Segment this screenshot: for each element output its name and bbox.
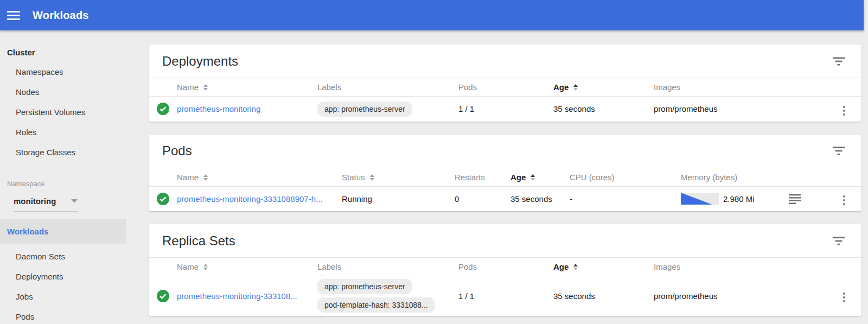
pods-card: Pods Name Status Restarts Age CPU (cores… [149,135,861,212]
column-header-age[interactable]: Age [510,168,570,186]
sidebar: Cluster Namespaces Nodes Persistent Volu… [0,30,149,324]
pod-status-value: Running [342,186,455,211]
column-header-name[interactable]: Name [177,258,317,276]
replica-sets-card-title: Replica Sets [162,233,235,249]
sidebar-item-daemon-sets[interactable]: Daemon Sets [0,246,149,266]
column-header-status[interactable]: Status [342,168,455,186]
main-content: Deployments Name Labels Pods Age Images [149,30,868,324]
sidebar-item-pods[interactable]: Pods [0,307,149,324]
kebab-menu-icon[interactable] [840,290,848,304]
deployment-pods-value: 1 / 1 [458,97,553,122]
column-header-name[interactable]: Name [177,168,342,186]
replica-set-pods-value: 1 / 1 [458,276,553,316]
filter-list-icon[interactable] [833,147,845,155]
sort-arrows-icon [203,84,208,91]
pod-age-value: 35 seconds [510,186,570,211]
label-chip: app: prometheus-server [317,279,412,294]
sidebar-heading-cluster[interactable]: Cluster [0,37,149,62]
column-header-labels: Labels [317,258,458,276]
chevron-down-icon [71,199,78,203]
sidebar-item-workloads[interactable]: Workloads [0,219,126,244]
sidebar-item-persistent-volumes[interactable]: Persistent Volumes [0,102,149,122]
filter-list-icon[interactable] [833,237,845,245]
deployments-card: Deployments Name Labels Pods Age Images [149,45,861,122]
namespace-select[interactable]: monitoring [14,196,78,212]
replica-set-name-link[interactable]: prometheus-monitoring-333108... [177,291,297,301]
replica-set-images-value: prom/prometheus [654,276,803,316]
column-header-age[interactable]: Age [553,78,654,97]
label-chip: pod-template-hash: 3331088... [317,297,435,313]
sidebar-item-nodes[interactable]: Nodes [0,82,149,102]
column-header-images: Images [654,258,803,276]
sort-arrows-icon [203,264,208,270]
pod-restarts-value: 0 [455,186,510,211]
check-circle-icon [157,193,169,205]
pods-card-title: Pods [162,143,192,158]
column-header-actions [814,168,861,186]
column-header-labels: Labels [317,78,458,97]
column-header-age[interactable]: Age [553,258,654,276]
column-header-status-icon [149,78,177,97]
pod-memory-value: 2.980 Mi [723,194,755,204]
replica-set-age-value: 35 seconds [553,276,654,316]
deployments-card-title: Deployments [162,54,238,69]
deployment-age-value: 35 seconds [553,97,654,122]
sidebar-item-storage-classes[interactable]: Storage Classes [0,142,149,162]
check-circle-icon [157,290,169,302]
kebab-menu-icon[interactable] [840,193,848,207]
pod-cpu-value: - [570,186,681,211]
pod-row: prometheus-monitoring-3331088907-h... Ru… [149,186,861,211]
sort-arrows-icon [531,174,535,181]
page-title: Workloads [33,9,89,22]
deployment-row: prometheus-monitoring app: prometheus-se… [149,97,861,122]
deployment-name-link[interactable]: prometheus-monitoring [177,104,260,113]
replica-sets-card: Replica Sets Name Labels Pods Age Images [149,224,861,316]
sidebar-item-deployments[interactable]: Deployments [0,266,149,287]
kebab-menu-icon[interactable] [840,104,848,118]
label-chip: app: prometheus-server [317,101,412,117]
namespace-label: Namespace [0,169,149,188]
sidebar-item-roles[interactable]: Roles [0,122,149,142]
column-header-status-icon [149,168,177,186]
sort-arrows-icon [573,84,578,91]
column-header-images: Images [654,78,803,97]
column-header-actions [803,258,861,276]
app-bar: Workloads [0,0,864,30]
memory-sparkline [681,193,719,205]
check-circle-icon [157,103,169,115]
column-header-logs [776,168,814,186]
replica-set-row: prometheus-monitoring-333108... app: pro… [149,276,861,316]
hamburger-icon[interactable] [7,11,20,20]
column-header-cpu: CPU (cores) [570,168,681,186]
sidebar-item-namespaces[interactable]: Namespaces [0,62,149,82]
sort-arrows-icon [370,174,374,181]
column-header-status-icon [149,258,177,276]
sidebar-item-jobs[interactable]: Jobs [0,287,149,307]
column-header-pods: Pods [458,258,553,276]
sort-arrows-icon [573,264,578,270]
column-header-name[interactable]: Name [177,78,317,97]
deployment-images-value: prom/prometheus [654,97,803,122]
pod-name-link[interactable]: prometheus-monitoring-3331088907-h... [177,194,323,204]
logs-icon[interactable] [789,194,801,204]
filter-list-icon[interactable] [833,57,845,66]
namespace-selected-value: monitoring [14,196,56,206]
column-header-memory: Memory (bytes) [681,168,776,186]
column-header-restarts: Restarts [455,168,510,186]
column-header-pods: Pods [458,78,553,97]
sort-arrows-icon [203,174,208,181]
column-header-actions [803,78,861,97]
